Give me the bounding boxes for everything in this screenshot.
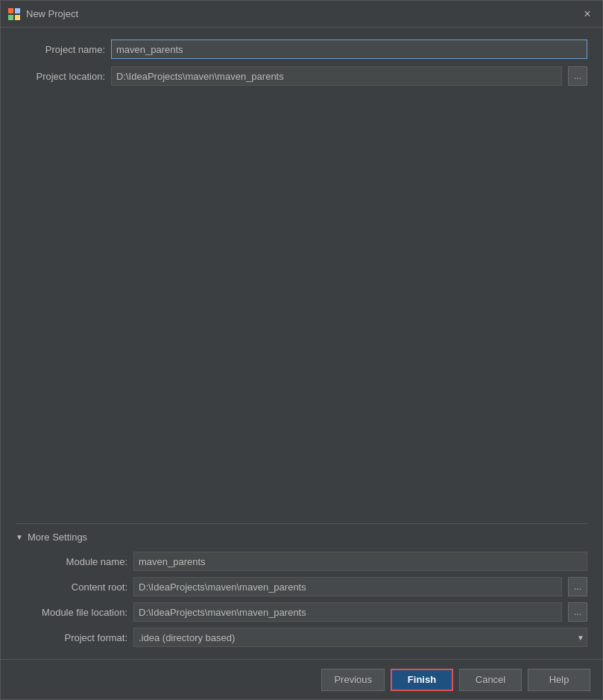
project-name-label: Project name: — [16, 44, 105, 55]
project-format-label: Project format: — [23, 632, 127, 643]
cancel-button[interactable]: Cancel — [459, 669, 522, 691]
svg-rect-3 — [15, 15, 20, 20]
project-format-row: Project format: .idea (directory based) … — [23, 628, 587, 647]
more-settings-form: Module name: Content root: ... Module fi… — [16, 552, 587, 647]
previous-label: Previous — [334, 674, 372, 685]
content-root-row: Content root: ... — [23, 577, 587, 596]
project-format-select[interactable]: .idea (directory based) — [133, 628, 587, 647]
module-name-input[interactable] — [133, 552, 587, 571]
new-project-dialog: New Project × Project name: Project loca… — [0, 0, 603, 700]
project-location-label: Project location: — [16, 71, 105, 82]
module-name-label: Module name: — [23, 556, 127, 567]
more-settings-label: More Settings — [28, 532, 87, 543]
project-name-input[interactable] — [111, 40, 587, 59]
previous-button[interactable]: Previous — [321, 669, 385, 691]
finish-button[interactable]: Finish — [391, 669, 453, 691]
module-file-row: Module file location: ... — [23, 602, 587, 622]
content-area: Project name: Project location: ... ▼ Mo… — [1, 28, 602, 659]
finish-label: Finish — [408, 674, 436, 685]
more-settings-header[interactable]: ▼ More Settings — [16, 532, 587, 543]
button-bar: Previous Finish Cancel Help — [1, 659, 602, 699]
app-icon — [8, 8, 20, 20]
module-file-input[interactable] — [133, 602, 562, 622]
module-name-row: Module name: — [23, 552, 587, 571]
close-button[interactable]: × — [580, 7, 595, 22]
collapse-arrow-icon: ▼ — [16, 533, 23, 541]
svg-rect-2 — [8, 15, 13, 20]
help-label: Help — [549, 674, 569, 685]
title-bar: New Project × — [1, 1, 602, 28]
cancel-label: Cancel — [476, 674, 505, 685]
help-button[interactable]: Help — [528, 669, 590, 691]
more-settings-section: ▼ More Settings Module name: Content roo… — [16, 523, 587, 647]
svg-rect-1 — [15, 8, 20, 13]
project-location-browse-button[interactable]: ... — [568, 66, 587, 86]
empty-area — [16, 93, 587, 516]
project-location-row: Project location: ... — [16, 66, 587, 86]
module-file-browse-button[interactable]: ... — [568, 602, 587, 622]
dialog-title: New Project — [26, 8, 574, 19]
project-format-select-wrapper: .idea (directory based) ▼ — [133, 628, 587, 647]
content-root-browse-button[interactable]: ... — [568, 577, 587, 596]
project-location-input[interactable] — [111, 66, 562, 86]
module-file-label: Module file location: — [23, 607, 127, 618]
project-name-row: Project name: — [16, 40, 587, 59]
content-root-input[interactable] — [133, 577, 562, 596]
svg-rect-0 — [8, 8, 13, 13]
content-root-label: Content root: — [23, 581, 127, 593]
